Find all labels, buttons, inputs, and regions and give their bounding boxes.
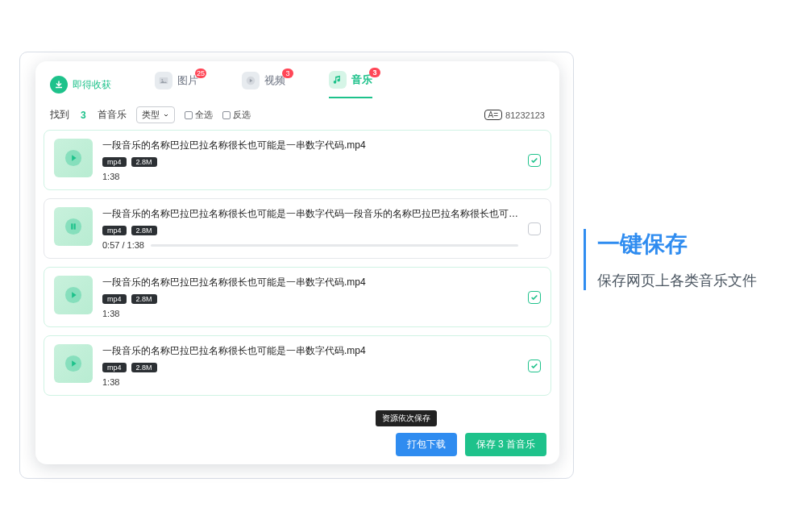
- svg-point-4: [65, 218, 81, 235]
- item-pills: mp42.8M: [102, 226, 518, 235]
- list-item[interactable]: 一段音乐的名称巴拉巴拉名称很长也可能是一串数字代码.mp4mp42.8M1:38: [44, 267, 551, 327]
- save-button[interactable]: 保存 3 首音乐: [465, 433, 546, 456]
- list-item[interactable]: 一段音乐的名称巴拉巴拉名称很长也可能是一串数字代码.mp4mp42.8M1:38: [44, 130, 551, 190]
- found-count: 3: [81, 110, 86, 121]
- item-meta: 一段音乐的名称巴拉巴拉名称很长也可能是一串数字代码.mp4mp42.8M1:38: [102, 276, 518, 318]
- size-badge: 2.8M: [131, 157, 157, 167]
- tabbar: 即得收获 图片 25 视频 3 音乐 3: [35, 61, 559, 98]
- brand[interactable]: 即得收获: [50, 76, 111, 94]
- item-checkbox[interactable]: [528, 291, 541, 304]
- tab-badge: 3: [369, 68, 380, 77]
- promo-title: 一键保存: [597, 229, 757, 260]
- brand-label: 即得收获: [73, 78, 111, 92]
- tooltip: 资源依次保存: [376, 410, 437, 426]
- checkbox-icon: [185, 111, 193, 119]
- tab-images[interactable]: 图片 25: [155, 72, 198, 98]
- item-meta: 一段音乐的名称巴拉巴拉名称很长也可能是一串数字代码.mp4mp42.8M1:38: [102, 344, 518, 387]
- svg-rect-5: [71, 223, 73, 229]
- item-pills: mp42.8M: [102, 363, 518, 372]
- item-pills: mp42.8M: [102, 157, 518, 167]
- size-badge: 2.8M: [131, 363, 157, 372]
- music-list: 一段音乐的名称巴拉巴拉名称很长也可能是一串数字代码.mp4mp42.8M1:38…: [35, 130, 559, 425]
- list-item[interactable]: 一段音乐的名称巴拉巴拉名称很长也可能是一串数字代码一段音乐的名称巴拉巴拉名称很长…: [44, 198, 551, 259]
- found-prefix: 找到: [50, 108, 69, 122]
- user-id-text: 81232123: [505, 110, 545, 120]
- select-all-label: 全选: [195, 109, 213, 121]
- size-badge: 2.8M: [131, 226, 157, 235]
- brand-icon: [50, 76, 68, 94]
- item-title: 一段音乐的名称巴拉巴拉名称很长也可能是一串数字代码.mp4: [102, 276, 518, 289]
- tab-badge: 25: [195, 69, 206, 78]
- item-title: 一段音乐的名称巴拉巴拉名称很长也可能是一串数字代码一段音乐的名称巴拉巴拉名称很长…: [102, 207, 518, 221]
- main-card: 即得收获 图片 25 视频 3 音乐 3 找到 3 首音乐: [35, 61, 559, 464]
- footer: 资源依次保存 打包下载 保存 3 首音乐: [35, 425, 559, 464]
- invert-label: 反选: [233, 109, 251, 121]
- item-title: 一段音乐的名称巴拉巴拉名称很长也可能是一串数字代码.mp4: [102, 139, 518, 152]
- progress-bar[interactable]: [151, 244, 518, 247]
- play-icon[interactable]: [54, 139, 93, 177]
- play-icon[interactable]: [54, 344, 93, 383]
- invert-selection[interactable]: 反选: [222, 109, 251, 121]
- image-icon: [155, 72, 172, 89]
- download-button[interactable]: 打包下载: [396, 433, 457, 456]
- promo-panel: 一键保存 保存网页上各类音乐文件: [584, 229, 757, 290]
- tab-badge: 3: [282, 69, 293, 78]
- pause-icon[interactable]: [54, 207, 93, 246]
- toolbar: 找到 3 首音乐 类型 全选 反选 A= 81232123: [35, 98, 559, 130]
- music-icon: [329, 71, 347, 89]
- item-duration: 0:57 / 1:38: [102, 240, 518, 250]
- item-checkbox[interactable]: [528, 154, 541, 167]
- format-badge: mp4: [102, 226, 127, 235]
- item-checkbox[interactable]: [528, 222, 541, 235]
- item-meta: 一段音乐的名称巴拉巴拉名称很长也可能是一串数字代码.mp4mp42.8M1:38: [102, 139, 518, 181]
- video-icon: [242, 72, 260, 89]
- list-item[interactable]: 一段音乐的名称巴拉巴拉名称很长也可能是一串数字代码.mp4mp42.8M1:38: [44, 335, 551, 396]
- size-badge: 2.8M: [131, 294, 157, 304]
- type-select[interactable]: 类型: [136, 106, 175, 123]
- item-duration: 1:38: [102, 309, 518, 318]
- item-meta: 一段音乐的名称巴拉巴拉名称很长也可能是一串数字代码一段音乐的名称巴拉巴拉名称很长…: [102, 207, 518, 250]
- svg-rect-6: [74, 223, 76, 229]
- type-select-label: 类型: [142, 109, 160, 121]
- format-badge: mp4: [102, 157, 127, 167]
- tab-videos[interactable]: 视频 3: [242, 72, 285, 98]
- play-icon[interactable]: [54, 276, 93, 314]
- item-pills: mp42.8M: [102, 294, 518, 304]
- item-duration: 1:38: [102, 377, 518, 387]
- checkbox-icon: [222, 111, 231, 119]
- chevron-down-icon: [163, 112, 169, 118]
- svg-point-1: [161, 79, 163, 81]
- item-title: 一段音乐的名称巴拉巴拉名称很长也可能是一串数字代码.mp4: [102, 344, 518, 358]
- user-id[interactable]: A= 81232123: [484, 110, 545, 120]
- item-duration: 1:38: [102, 172, 518, 181]
- select-all[interactable]: 全选: [185, 109, 213, 121]
- found-suffix: 首音乐: [98, 108, 127, 122]
- format-badge: mp4: [102, 294, 127, 304]
- user-icon: A=: [484, 110, 503, 120]
- tab-music[interactable]: 音乐 3: [329, 71, 372, 98]
- promo-subtitle: 保存网页上各类音乐文件: [597, 271, 757, 290]
- item-checkbox[interactable]: [528, 360, 541, 372]
- format-badge: mp4: [102, 363, 127, 372]
